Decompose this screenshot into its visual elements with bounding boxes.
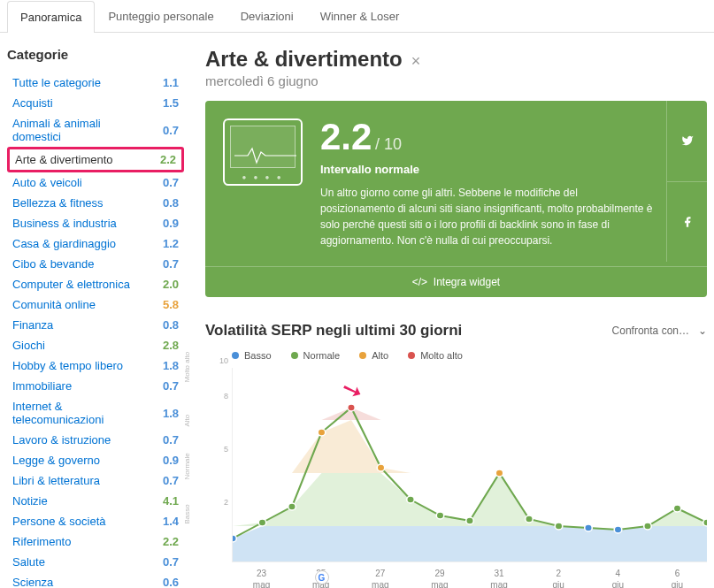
svg-point-4 <box>233 535 236 542</box>
category-row[interactable]: Auto & veicoli0.7 <box>7 172 184 193</box>
category-row[interactable]: Finanza0.8 <box>7 315 184 335</box>
category-row[interactable]: Tutte le categorie1.1 <box>7 73 184 93</box>
category-score: 4.1 <box>152 494 179 508</box>
category-name: Scienza <box>12 576 53 588</box>
svg-point-5 <box>258 519 266 526</box>
category-score: 0.8 <box>152 318 179 332</box>
category-name: Finanza <box>12 318 53 332</box>
category-row[interactable]: Legge & governo0.9 <box>7 450 184 470</box>
embed-widget-button[interactable]: </> Integra widget <box>205 266 707 297</box>
category-row[interactable]: Bellezza & fitness0.8 <box>7 193 184 213</box>
category-row[interactable]: Business & industria0.9 <box>7 213 184 233</box>
category-row[interactable]: Giochi2.8 <box>7 335 184 355</box>
categories-sidebar: Categorie Tutte le categorie1.1Acquisti1… <box>7 47 184 588</box>
code-icon: </> <box>412 276 427 288</box>
legend-item: Molto alto <box>408 350 463 361</box>
svg-point-8 <box>348 404 356 411</box>
svg-point-18 <box>644 523 652 530</box>
category-row[interactable]: Acquisti1.5 <box>7 93 184 113</box>
category-score: 1.4 <box>152 515 179 528</box>
svg-marker-3 <box>233 408 707 420</box>
category-name: Casa & giardinaggio <box>12 237 116 250</box>
category-row[interactable]: Hobby & tempo libero1.8 <box>7 355 184 376</box>
chart-plot[interactable]: Molto altoAltoNormaleBasso 10852 ➘ G <box>205 368 707 562</box>
category-name: Acquisti <box>12 96 53 110</box>
category-name: Comunità online <box>12 298 96 311</box>
svg-point-20 <box>703 519 707 526</box>
category-name: Internet & telecomunicazioni <box>12 400 153 426</box>
category-row[interactable]: Casa & giardinaggio1.2 <box>7 233 184 254</box>
monitor-icon: ● ● ● ● <box>223 118 303 186</box>
legend-item: Alto <box>359 350 388 361</box>
category-score: 0.9 <box>152 454 179 467</box>
tab-deviazioni[interactable]: Deviazioni <box>227 0 307 32</box>
svg-point-6 <box>288 503 296 510</box>
category-name: Libri & letteratura <box>12 474 100 487</box>
svg-point-9 <box>377 464 385 471</box>
category-row[interactable]: Animali & animali domestici0.7 <box>7 113 184 147</box>
page-date: mercoledì 6 giugno <box>205 73 707 88</box>
close-icon[interactable]: × <box>411 52 421 71</box>
category-name: Bellezza & fitness <box>12 196 104 210</box>
category-row[interactable]: Lavoro & istruzione0.7 <box>7 430 184 450</box>
category-name: Lavoro & istruzione <box>12 433 111 447</box>
category-row[interactable]: Scienza0.6 <box>7 572 184 588</box>
category-score: 2.2 <box>152 535 179 548</box>
category-score: 1.1 <box>152 76 179 89</box>
category-score: 0.7 <box>152 474 179 487</box>
category-name: Legge & governo <box>12 454 100 467</box>
category-score: 0.8 <box>152 196 179 210</box>
category-name: Riferimento <box>12 535 71 548</box>
category-row[interactable]: Arte & divertimento2.2 <box>7 147 184 172</box>
chart-legend: BassoNormaleAltoMolto alto <box>205 350 707 361</box>
facebook-icon[interactable] <box>667 182 707 263</box>
category-score: 0.9 <box>152 217 179 230</box>
category-name: Cibo & bevande <box>12 257 95 271</box>
chart-x-axis: 23mag25mag27mag29mag31mag2giu4giu6giu <box>205 568 707 588</box>
category-name: Tutte le categorie <box>12 76 101 89</box>
category-score: 0.7 <box>152 124 179 137</box>
category-name: Animali & animali domestici <box>12 117 152 143</box>
sidebar-title: Categorie <box>7 47 184 62</box>
category-row[interactable]: Cibo & bevande0.7 <box>7 254 184 274</box>
category-name: Auto & veicoli <box>12 176 82 189</box>
category-row[interactable]: Computer & elettronica2.0 <box>7 274 184 294</box>
chart-title: Volatilità SERP negli ultimi 30 giorni <box>205 322 462 340</box>
category-row[interactable]: Internet & telecomunicazioni1.8 <box>7 396 184 430</box>
tab-winner-loser[interactable]: Winner & Loser <box>307 0 413 32</box>
svg-point-17 <box>614 526 622 533</box>
category-name: Hobby & tempo libero <box>12 359 123 372</box>
category-row[interactable]: Persone & società1.4 <box>7 511 184 531</box>
page-title: Arte & divertimento <box>205 47 403 72</box>
svg-point-19 <box>673 505 681 512</box>
svg-point-11 <box>436 512 444 519</box>
category-name: Persone & società <box>12 515 106 528</box>
svg-point-13 <box>495 470 503 477</box>
tab-panoramica[interactable]: Panoramica <box>7 1 95 33</box>
category-score: 0.7 <box>152 433 179 447</box>
category-score: 0.7 <box>152 257 179 271</box>
category-score: 2.8 <box>152 339 179 352</box>
category-row[interactable]: Immobiliare0.7 <box>7 376 184 396</box>
category-score: 1.8 <box>152 359 179 372</box>
compare-dropdown[interactable]: Confronta con… ⌄ <box>612 325 707 337</box>
category-score: 1.5 <box>152 96 179 110</box>
category-row[interactable]: Notizie4.1 <box>7 491 184 511</box>
legend-item: Basso <box>232 350 272 361</box>
category-score: 0.7 <box>152 379 179 393</box>
content-area: Arte & divertimento × mercoledì 6 giugno… <box>205 47 707 588</box>
svg-point-7 <box>318 429 326 436</box>
category-name: Computer & elettronica <box>12 278 130 291</box>
category-row[interactable]: Riferimento2.2 <box>7 531 184 552</box>
score-description: Un altro giorno come gli altri. Sebbene … <box>320 185 654 248</box>
category-row[interactable]: Libri & letteratura0.7 <box>7 470 184 491</box>
social-share <box>666 101 707 262</box>
tab-punteggio-personale[interactable]: Punteggio personale <box>95 0 226 32</box>
category-row[interactable]: Salute0.7 <box>7 552 184 572</box>
twitter-icon[interactable] <box>667 101 707 182</box>
category-score: 0.7 <box>152 555 179 569</box>
category-row[interactable]: Comunità online5.8 <box>7 294 184 315</box>
score-value: 2.2 <box>320 116 372 157</box>
chevron-down-icon: ⌄ <box>698 325 707 337</box>
category-score: 0.6 <box>152 576 179 588</box>
